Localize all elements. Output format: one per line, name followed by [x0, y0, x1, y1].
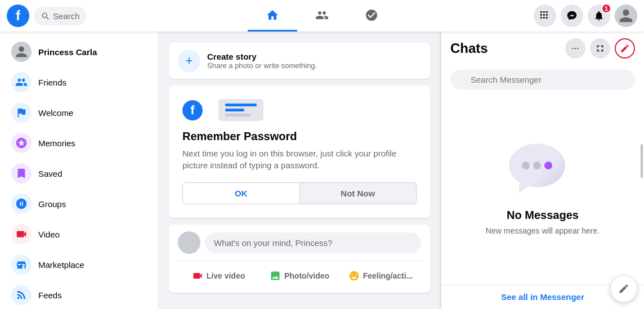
- chats-panel: Chats ··· 🔍 No Messages New: [441, 32, 644, 309]
- search-placeholder: Search: [53, 11, 80, 21]
- saved-icon-wrap: [11, 163, 32, 183]
- marketplace-icon-wrap: [11, 254, 32, 275]
- sidebar-label-feeds: Feeds: [38, 290, 62, 300]
- post-box-bottom: Live video Photo/video Feeling/acti...: [178, 261, 421, 286]
- nav-left: f Search: [7, 5, 153, 27]
- nav-right: 1: [491, 5, 637, 27]
- video-icon-wrap: [11, 224, 32, 244]
- search-box[interactable]: Search: [34, 7, 87, 25]
- remember-monitor-illustration: [218, 99, 263, 121]
- profile-avatar-button[interactable]: [615, 5, 637, 27]
- sidebar-item-feeds[interactable]: Feeds: [5, 280, 153, 309]
- memories-icon-wrap: [11, 133, 32, 153]
- feeling-label: Feeling/acti...: [363, 271, 413, 280]
- apps-icon: [539, 10, 551, 21]
- friends-icon-wrap: [11, 72, 32, 92]
- welcome-icon-wrap: [11, 102, 32, 123]
- chats-title: Chats: [450, 41, 561, 56]
- chats-header: Chats ···: [441, 32, 644, 65]
- notification-badge: 1: [601, 3, 611, 14]
- facebook-logo[interactable]: f: [7, 5, 29, 27]
- notifications-button[interactable]: 1: [588, 5, 610, 27]
- remember-password-buttons: OK Not Now: [182, 182, 417, 204]
- remember-card-header: f: [182, 99, 417, 121]
- no-messages-title: No Messages: [507, 209, 579, 222]
- live-video-label: Live video: [207, 271, 245, 280]
- sidebar-item-welcome[interactable]: Welcome: [5, 98, 153, 127]
- nav-center: [153, 0, 491, 32]
- post-box: What's on your mind, Princess? Live vide…: [169, 225, 430, 293]
- sidebar-label-welcome: Welcome: [38, 108, 73, 118]
- sidebar-item-friends[interactable]: Friends: [5, 68, 153, 97]
- sidebar-item-profile[interactable]: Princess Carla: [5, 37, 153, 66]
- sidebar-label-friends: Friends: [38, 78, 66, 87]
- groups-icon-wrap: [11, 194, 32, 214]
- sidebar-label-marketplace: Marketplace: [38, 260, 84, 270]
- chats-more-button[interactable]: ···: [565, 38, 585, 59]
- sidebar-item-groups[interactable]: Groups: [5, 189, 153, 218]
- chats-empty-state: No Messages New messages will appear her…: [441, 94, 644, 285]
- chats-expand-button[interactable]: [590, 38, 610, 59]
- live-video-action[interactable]: Live video: [178, 266, 259, 286]
- compose-float-icon: [618, 283, 629, 294]
- sidebar-profile-avatar: [11, 42, 32, 62]
- chats-search-wrap: 🔍: [450, 70, 635, 89]
- sidebar-item-marketplace[interactable]: Marketplace: [5, 250, 153, 279]
- chats-search-area: 🔍: [441, 65, 644, 94]
- messenger-icon: [566, 10, 578, 21]
- user-avatar-icon: [618, 8, 634, 24]
- no-messages-subtitle: New messages will appear here.: [486, 226, 600, 235]
- main-content: + Create story Share a photo or write so…: [158, 32, 441, 309]
- photo-video-label: Photo/video: [284, 271, 329, 280]
- story-card-subtitle: Share a photo or write something.: [207, 61, 317, 70]
- see-all-in-messenger-link[interactable]: See all in Messenger: [501, 292, 584, 302]
- ok-button[interactable]: OK: [182, 182, 300, 204]
- feeds-icon-wrap: [11, 285, 32, 305]
- messenger-button[interactable]: [561, 5, 583, 27]
- post-input[interactable]: What's on your mind, Princess?: [205, 232, 421, 253]
- sidebar-label-groups: Groups: [38, 199, 66, 209]
- story-card-text: Create story Share a photo or write some…: [207, 52, 317, 70]
- story-add-button[interactable]: +: [178, 50, 200, 72]
- nav-tab-home[interactable]: [248, 0, 297, 32]
- sidebar-username: Princess Carla: [38, 47, 97, 57]
- apps-button[interactable]: [534, 5, 556, 27]
- compose-float-button[interactable]: [610, 275, 637, 302]
- top-nav: f Search 1: [0, 0, 644, 32]
- post-box-top: What's on your mind, Princess?: [178, 231, 421, 254]
- story-card-title: Create story: [207, 52, 317, 61]
- live-video-icon: [192, 270, 203, 281]
- scroll-indicator: [641, 144, 643, 178]
- not-now-button[interactable]: Not Now: [300, 182, 417, 204]
- feeling-icon: [348, 270, 360, 281]
- photo-icon: [270, 270, 281, 281]
- chats-compose-button[interactable]: [615, 38, 635, 59]
- remember-fb-icon: f: [182, 100, 203, 120]
- photo-video-action[interactable]: Photo/video: [259, 266, 340, 286]
- sidebar-item-saved[interactable]: Saved: [5, 159, 153, 188]
- sidebar-label-memories: Memories: [38, 138, 75, 148]
- sidebar-label-video: Video: [38, 230, 60, 239]
- chat-bubble-illustration: [509, 144, 576, 200]
- remember-password-title: Remember Password: [182, 130, 417, 143]
- compose-icon: [620, 43, 630, 53]
- sidebar-label-saved: Saved: [38, 169, 62, 178]
- remember-password-desc: Next time you log in on this browser, ju…: [182, 147, 417, 171]
- feeling-action[interactable]: Feeling/acti...: [340, 266, 421, 286]
- sidebar-item-video[interactable]: Video: [5, 220, 153, 249]
- expand-icon: [595, 43, 605, 53]
- sidebar-item-memories[interactable]: Memories: [5, 128, 153, 158]
- nav-tab-friends[interactable]: [297, 0, 347, 32]
- nav-tab-account[interactable]: [347, 0, 396, 32]
- sidebar: Princess Carla Friends Welcome Memories …: [0, 32, 158, 309]
- remember-password-card: f Remember Password Next time you log in…: [169, 86, 430, 218]
- post-avatar: [178, 231, 200, 254]
- story-card[interactable]: + Create story Share a photo or write so…: [169, 43, 430, 79]
- search-icon: [41, 11, 50, 20]
- chats-search-input[interactable]: [450, 70, 635, 89]
